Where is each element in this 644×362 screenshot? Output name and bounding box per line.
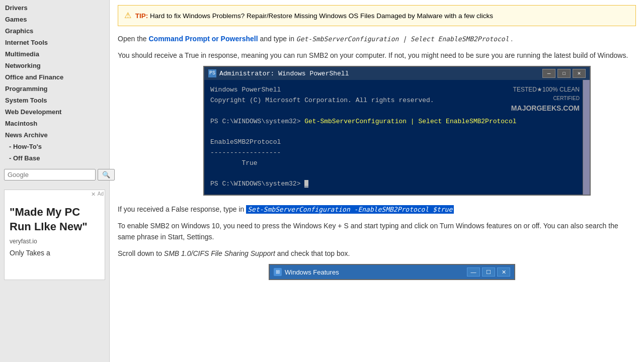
ad-label: Ad <box>98 191 104 197</box>
ps-line-8: True <box>210 158 584 169</box>
ad-sub: Only Takes a <box>10 249 100 257</box>
p5-code: SMB 1.0/CIFS File Sharing Support <box>164 249 275 257</box>
ps-command: Get-SmbServerConfiguration | Select Enab… <box>304 118 516 125</box>
ps-line-1: Windows PowerShell <box>210 85 584 96</box>
ps-title-icon: PS <box>208 69 216 77</box>
ps-line-3 <box>210 106 584 117</box>
p1-cmd: Command Prompt or Powershell <box>149 35 258 43</box>
sidebar-item-drivers[interactable]: Drivers <box>0 2 109 14</box>
tip-box: ⚠ TIP: Hard to fix Windows Problems? Rep… <box>118 5 636 26</box>
ps-line-9 <box>210 169 584 179</box>
ps-maximize-button[interactable]: ☐ <box>557 69 571 78</box>
wf-titlebar: ⊞ Windows Features — ☐ ✕ <box>270 265 514 279</box>
ps-titlebar: PS Administrator: Windows PowerShell — ☐… <box>204 67 590 80</box>
ps-scrollbar[interactable] <box>583 80 590 195</box>
ps-window-buttons: — ☐ ✕ <box>542 69 586 78</box>
wf-close-button[interactable]: ✕ <box>497 267 510 277</box>
search-bar: 🔍 <box>4 169 105 180</box>
warning-icon: ⚠ <box>124 11 131 20</box>
sidebar-item-office-and-finance[interactable]: Office and Finance <box>0 71 109 83</box>
ad-close-button[interactable]: ✕ <box>91 191 96 198</box>
p3-pre: If you received a False response, type i… <box>118 205 246 213</box>
sidebar-item-news-archive[interactable]: News Archive <box>0 129 109 141</box>
ps-title-text: Administrator: Windows PowerShell <box>219 70 539 77</box>
sidebar-item-networking[interactable]: Networking <box>0 60 109 71</box>
p3-code: Set-SmbServerConfiguration -EnableSMB2Pr… <box>246 205 454 214</box>
nav-list: DriversGamesGraphicsInternet ToolsMultim… <box>0 2 109 164</box>
ps-line-10: PS C:\WINDOWS\system32> _ <box>210 179 584 190</box>
wf-window-buttons: — ☐ ✕ <box>467 267 510 277</box>
paragraph-3: If you received a False response, type i… <box>118 204 636 215</box>
p1-mid: and type in <box>260 35 296 43</box>
paragraph-2: You should receive a True in response, m… <box>118 50 636 61</box>
wf-title-icon: ⊞ <box>274 268 282 276</box>
wf-maximize-button[interactable]: ☐ <box>482 267 495 277</box>
search-input[interactable] <box>4 169 96 180</box>
p1-code: Get-SmbServerConfiguration | Select Enab… <box>296 35 509 43</box>
wf-title-text: Windows Features <box>285 268 339 276</box>
tip-label: TIP: <box>135 12 148 20</box>
sidebar: DriversGamesGraphicsInternet ToolsMultim… <box>0 0 110 362</box>
sidebar-item-system-tools[interactable]: System Tools <box>0 95 109 106</box>
ps-minimize-button[interactable]: — <box>542 69 555 78</box>
ps-close-button[interactable]: ✕ <box>573 69 586 78</box>
wf-minimize-button[interactable]: — <box>467 267 480 277</box>
p5-end: and check that top box. <box>277 249 350 257</box>
ps-line-7: ------------------ <box>210 148 584 158</box>
sidebar-item-internet-tools[interactable]: Internet Tools <box>0 37 109 48</box>
paragraph-4: To enable SMB2 on Windows 10, you need t… <box>118 220 636 243</box>
advertisement: Ad ✕ "Made My PC Run LIke New" veryfast.… <box>4 190 105 280</box>
ps-line-6: EnableSMB2Protocol <box>210 137 584 148</box>
ad-text: "Made My PC Run LIke New" <box>10 205 100 234</box>
ps-line-5 <box>210 127 584 137</box>
main-content: ⚠ TIP: Hard to fix Windows Problems? Rep… <box>110 0 644 362</box>
ps-body: Windows PowerShell Copyright (C) Microso… <box>204 80 590 195</box>
ad-url: veryfast.io <box>10 238 100 245</box>
sidebar-item-graphics[interactable]: Graphics <box>0 25 109 37</box>
sidebar-item---how-tos[interactable]: - How-To's <box>0 141 109 152</box>
p1-end: . <box>511 35 513 43</box>
sidebar-item---off-base[interactable]: - Off Base <box>0 152 109 164</box>
sidebar-item-programming[interactable]: Programming <box>0 83 109 95</box>
paragraph-5: Scroll down to SMB 1.0/CIFS File Sharing… <box>118 248 636 259</box>
powershell-window: PS Administrator: Windows PowerShell — ☐… <box>203 66 591 196</box>
sidebar-item-web-development[interactable]: Web Development <box>0 106 109 118</box>
paragraph-1: Open the Command Prompt or Powershell an… <box>118 33 636 45</box>
p1-pre: Open the <box>118 35 149 43</box>
ps-line-4: PS C:\WINDOWS\system32> Get-SmbServerCon… <box>210 117 584 127</box>
sidebar-item-macintosh[interactable]: Macintosh <box>0 118 109 129</box>
p5-pre: Scroll down to <box>118 249 164 257</box>
tip-text: Hard to fix Windows Problems? Repair/Res… <box>150 12 493 20</box>
windows-features-dialog: ⊞ Windows Features — ☐ ✕ <box>269 264 515 280</box>
ps-line-2: Copyright (C) Microsoft Corporation. All… <box>210 96 584 106</box>
sidebar-item-games[interactable]: Games <box>0 14 109 25</box>
sidebar-item-multimedia[interactable]: Multimedia <box>0 48 109 60</box>
